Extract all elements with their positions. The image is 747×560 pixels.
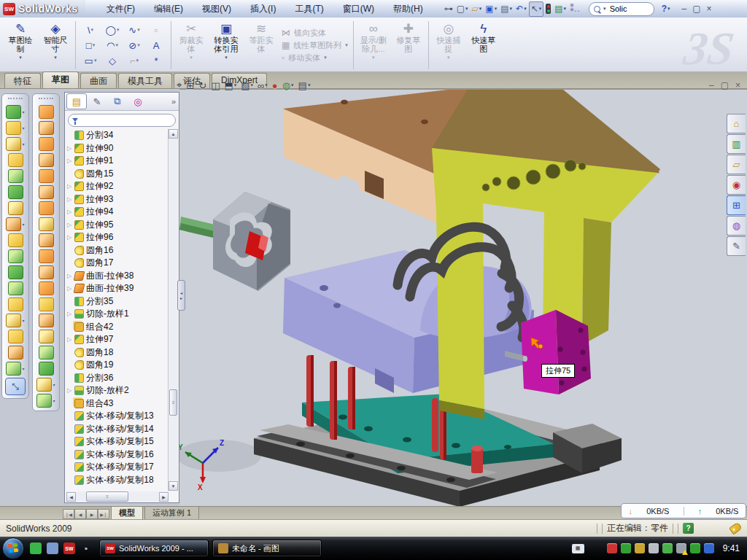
part-mold-block[interactable] (283, 250, 534, 393)
scroll-up-button[interactable]: ▲ (169, 129, 178, 139)
network-warning-icon[interactable] (676, 543, 686, 553)
tree-item[interactable]: 实体-移动/复制16 (66, 448, 169, 462)
rebuild-traffic-light-button[interactable] (544, 2, 552, 16)
task-button[interactable]: 未命名 - 画图 (212, 540, 322, 557)
text-button[interactable]: A (145, 38, 167, 53)
replace-face-icon[interactable] (39, 265, 54, 279)
last-tab-button[interactable]: ▶❘ (98, 509, 109, 519)
part-core-insert[interactable] (179, 192, 290, 291)
tree-item[interactable]: 实体-移动/复制14 (66, 423, 169, 436)
search-input[interactable] (608, 4, 649, 14)
expand-arrow-icon[interactable]: ▷ (66, 222, 72, 228)
save-button[interactable]: ▣▾ (484, 2, 498, 16)
smart-dimension-button[interactable]: ◈智能尺寸▾ (39, 20, 72, 71)
spline-curve-icon[interactable] (6, 362, 21, 376)
reference-plane-icon[interactable] (8, 330, 23, 343)
combine-bodies-icon[interactable] (8, 281, 23, 295)
rotate-view-button[interactable]: ↻ (198, 80, 206, 91)
options-button[interactable]: ▤▾ (553, 2, 568, 16)
close-button[interactable]: × (707, 4, 712, 14)
propertymanager-tab[interactable]: ✎ (87, 93, 107, 109)
expand-arrow-icon[interactable]: ▷ (66, 183, 72, 190)
configurationmanager-tab[interactable]: ⧉ (107, 93, 128, 109)
core-icon[interactable] (39, 346, 54, 359)
graphics-area[interactable]: Y Z X (179, 89, 747, 506)
tree-item[interactable]: 圆角15 (66, 168, 169, 181)
tree-item[interactable]: 圆角18 (66, 346, 169, 359)
previous-tab-button[interactable]: ◀ (74, 509, 86, 519)
point-button[interactable]: * (145, 53, 167, 69)
task-button[interactable]: SWSolidWorks 2009 - ... (99, 540, 209, 557)
tab-曲面[interactable]: 曲面 (80, 73, 117, 88)
measure-icon[interactable]: ⤡ (5, 378, 26, 395)
volume-icon[interactable] (649, 543, 659, 553)
display-delete-relations-button[interactable]: ∞显示/删除几...▾ (357, 20, 390, 71)
design-library-tab[interactable]: ▥ (727, 134, 746, 154)
extruded-cut-icon[interactable] (6, 121, 21, 135)
knit-surface-icon[interactable] (39, 233, 54, 247)
messenger-icon[interactable] (30, 542, 42, 554)
tree-item[interactable]: ▷拉伸94 (66, 206, 169, 219)
restore-button[interactable]: ▢ (692, 4, 700, 14)
dome-icon[interactable] (39, 362, 54, 376)
tree-item[interactable]: 圆角16 (66, 244, 169, 257)
linear-sketch-pattern-button[interactable]: ▦线性草图阵列▾ (282, 40, 348, 51)
tree-vertical-scrollbar[interactable]: ▲ ≡ ▼ (168, 129, 178, 491)
3d-model[interactable]: Y Z X (179, 90, 747, 507)
file-explorer-tab[interactable]: ▱ (727, 155, 746, 174)
expand-arrow-icon[interactable]: ▷ (66, 158, 72, 164)
open-document-button[interactable]: ▱▾ (471, 2, 484, 16)
tree-item[interactable]: ▷曲面-拉伸39 (66, 282, 169, 295)
tree-item[interactable]: ▷拉伸96 (66, 231, 169, 244)
spline-tools-icon[interactable] (36, 394, 52, 408)
tree-item[interactable]: ▷拉伸92 (66, 180, 169, 193)
next-tab-button[interactable]: ▶ (86, 509, 98, 519)
line-button[interactable]: \▾ (80, 23, 101, 38)
menu-item[interactable]: 编辑(E) (144, 0, 193, 18)
antivirus-shield-icon[interactable] (607, 543, 617, 553)
expand-arrow-icon[interactable]: ▷ (66, 311, 72, 317)
sync-status-icon[interactable] (662, 543, 673, 553)
menu-item[interactable]: 视图(V) (193, 0, 241, 18)
draft-icon[interactable] (8, 201, 23, 215)
mirror-entities-button[interactable]: ⋈镜向实体 (282, 28, 348, 39)
print-button[interactable]: ▤▾ (499, 2, 514, 16)
menu-item[interactable]: 窗口(W) (333, 0, 384, 18)
solidworks-launcher-icon[interactable]: SW (63, 542, 75, 554)
expand-arrow-icon[interactable]: ▷ (66, 145, 72, 152)
tree-item[interactable]: 实体-移动/复制18 (66, 474, 169, 487)
delete-face-icon[interactable] (39, 249, 54, 263)
display-style-button[interactable]: ▧▾ (241, 80, 253, 91)
tree-item[interactable]: 实体-移动/复制17 (66, 461, 169, 474)
media-player-icon[interactable] (47, 542, 58, 554)
expand-arrow-icon[interactable]: ▷ (66, 336, 72, 343)
box-select-button[interactable]: ▫ (145, 23, 167, 38)
solidworks-resources-tab[interactable]: ⌂ (727, 114, 746, 133)
expand-arrow-icon[interactable]: ▷ (66, 209, 72, 215)
tab-草图[interactable]: 草图 (42, 71, 79, 88)
planar-surface-icon[interactable] (39, 185, 54, 199)
health-shield-icon[interactable] (690, 543, 700, 553)
help-button[interactable]: ? ▾ (660, 2, 672, 16)
toolbar-grip[interactable] (8, 98, 23, 101)
trim-surface-icon[interactable] (39, 137, 54, 151)
linear-pattern-icon[interactable] (6, 217, 21, 231)
tree-horizontal-scrollbar[interactable]: ◀ ≡ ▶ (66, 491, 169, 502)
panel-splitter[interactable]: ◂▸ (177, 280, 185, 311)
extruded-boss-icon[interactable] (6, 105, 21, 119)
edit-appearance-button[interactable]: ● (272, 80, 278, 91)
tree-item[interactable]: ▷拉伸95 (66, 219, 169, 232)
reference-axis-icon[interactable] (8, 346, 23, 359)
scroll-down-button[interactable]: ▼ (169, 481, 178, 491)
offset-entities-button[interactable]: ≋等距实体 (244, 20, 278, 71)
expand-arrow-icon[interactable]: ▷ (66, 273, 72, 279)
tree-item[interactable]: ▷切除-放样2 (66, 384, 169, 397)
quick-snaps-button[interactable]: ◎快速捕捉▾ (432, 20, 465, 71)
quick-tips-button[interactable]: ? (683, 523, 694, 534)
move-copy-body-icon[interactable] (8, 298, 23, 311)
custom-properties-tab[interactable]: ✎ (727, 236, 746, 256)
solidworks-forum-tab[interactable]: ◉ (727, 175, 746, 195)
arc-button[interactable]: ◠▾ (101, 38, 123, 53)
messenger-status-icon[interactable] (704, 543, 714, 553)
tree-item[interactable]: ▷拉伸97 (66, 333, 169, 346)
